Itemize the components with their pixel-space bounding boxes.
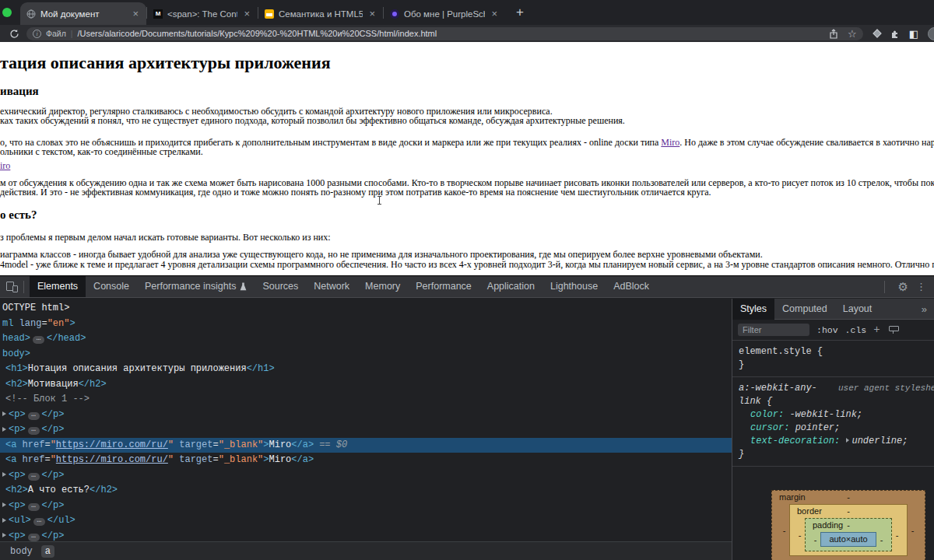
user-agent-rule-section[interactable]: user agent stylesheet a:-webkit-any- lin… xyxy=(732,377,934,467)
close-tab-icon[interactable]: × xyxy=(131,8,140,19)
browser-tab-active[interactable]: Мой документ × xyxy=(20,2,146,25)
css-declaration[interactable]: text-decoration: underline; xyxy=(739,435,928,448)
box-model-margin[interactable]: margin- - border- - padding- xyxy=(771,490,925,560)
dom-row-comment[interactable]: <!-- Блок 1 --> xyxy=(0,392,732,408)
expand-arrow-icon[interactable] xyxy=(2,533,6,537)
devtools-tab-performance[interactable]: Performance xyxy=(408,276,479,297)
dom-row-p[interactable]: <p>…</p> xyxy=(0,422,732,438)
devtools-tab-application[interactable]: Application xyxy=(479,276,542,297)
box-model-padding[interactable]: padding- - auto×auto - xyxy=(805,518,892,551)
padding-right-value[interactable]: - xyxy=(876,535,887,544)
code-token: <!-- Блок 1 --> xyxy=(5,394,90,404)
box-model-border[interactable]: border- - padding- - auto×auto - xyxy=(789,504,908,556)
browser-tab-mdn[interactable]: M <span>: The Content Span ele × xyxy=(147,2,258,25)
close-tab-icon[interactable]: × xyxy=(242,8,251,19)
dom-row-anchor-selected[interactable]: <a href="https://miro.com/ru/" target="_… xyxy=(0,438,732,453)
devtools-tab-sources[interactable]: Sources xyxy=(255,276,306,297)
dom-row-ul[interactable]: <ul>…</ul> xyxy=(0,513,732,529)
extensions-puzzle-icon[interactable] xyxy=(890,29,900,39)
devtools-tab-elements[interactable]: Elements xyxy=(30,276,86,297)
miro-link-text[interactable]: iro xyxy=(0,160,10,171)
css-declaration[interactable]: cursor: pointer; xyxy=(739,422,928,435)
padding-top-value[interactable]: - xyxy=(806,519,891,532)
dom-row-h2-what[interactable]: <h2>А что есть?</h2> xyxy=(0,483,732,499)
margin-right-value[interactable]: - xyxy=(908,526,918,535)
traffic-light-green[interactable] xyxy=(2,8,12,17)
expand-value-icon[interactable] xyxy=(846,438,849,443)
devtools-tab-adblock[interactable]: AdBlock xyxy=(606,276,657,297)
url-separator: | xyxy=(71,30,73,38)
margin-left-value[interactable]: - xyxy=(779,526,789,535)
expand-arrow-icon[interactable] xyxy=(2,502,6,507)
element-style-section[interactable]: element.style { } xyxy=(732,341,934,377)
padding-left-value[interactable]: - xyxy=(810,535,820,544)
rendering-emulation-icon[interactable] xyxy=(889,326,898,334)
border-right-value[interactable]: - xyxy=(892,530,902,540)
adblock-extension-icon[interactable]: ◧ xyxy=(909,29,918,39)
href-link[interactable]: https://miro.com/ru/ xyxy=(56,454,168,465)
element-style-open[interactable]: element.style { xyxy=(739,345,928,359)
collapsed-content-icon[interactable]: … xyxy=(33,518,45,526)
collapsed-content-icon[interactable]: … xyxy=(28,534,40,541)
dom-row-html[interactable]: ml lang="en"> xyxy=(0,317,732,332)
devtools-tab-console[interactable]: Console xyxy=(86,276,137,297)
url-text[interactable]: /Users/alaricode/Documents/tutorials/Кур… xyxy=(77,29,820,38)
collapsed-content-icon[interactable]: … xyxy=(28,503,40,511)
more-tabs-icon[interactable]: » xyxy=(922,303,934,315)
dom-row-anchor[interactable]: <a href="https://miro.com/ru/" target="_… xyxy=(0,453,732,468)
dom-row-doctype[interactable]: OCTYPE html> xyxy=(0,301,732,317)
share-icon[interactable] xyxy=(829,29,838,39)
dom-row-p[interactable]: <p>…</p> xyxy=(0,468,732,484)
kebab-menu-icon[interactable]: ⋮ xyxy=(916,281,926,292)
expand-arrow-icon[interactable] xyxy=(2,472,6,477)
box-model-content[interactable]: auto×auto xyxy=(820,532,876,547)
collapsed-content-icon[interactable]: … xyxy=(28,412,40,420)
toggle-hover-state[interactable]: :hov xyxy=(816,325,838,335)
miro-standalone-link[interactable]: iro xyxy=(0,161,10,170)
breadcrumb-item-body[interactable]: body xyxy=(6,545,37,558)
css-colon: : xyxy=(834,436,845,446)
close-tab-icon[interactable]: × xyxy=(367,8,377,19)
expand-arrow-icon[interactable] xyxy=(2,427,6,432)
devtools-tab-lighthouse[interactable]: Lighthouse xyxy=(542,276,606,297)
close-tab-icon[interactable]: × xyxy=(490,8,499,19)
border-left-value[interactable]: - xyxy=(795,530,805,540)
new-style-rule-icon[interactable]: + xyxy=(873,324,880,336)
new-tab-button[interactable]: + xyxy=(516,5,524,20)
address-bar[interactable]: i Файл | /Users/alaricode/Documents/tuto… xyxy=(26,27,863,40)
margin-top-value[interactable]: - xyxy=(772,491,925,504)
browser-tab-google[interactable]: Семантика и HTML5 - Google × xyxy=(258,2,383,25)
breadcrumb-item-a[interactable]: a xyxy=(41,545,54,558)
toggle-classes[interactable]: .cls xyxy=(845,325,867,335)
border-top-value[interactable]: - xyxy=(790,505,907,518)
dom-row-h1[interactable]: <h1>Нотация описания архитектуры приложе… xyxy=(0,362,732,377)
expand-arrow-icon[interactable] xyxy=(2,411,6,416)
dom-row-head[interactable]: head>…</head> xyxy=(0,331,732,347)
collapsed-content-icon[interactable]: … xyxy=(28,427,40,435)
device-toolbar-icon[interactable] xyxy=(6,282,18,292)
browser-tab-purpleschool[interactable]: Обо мне | PurpleSchool × xyxy=(384,2,505,25)
tab-layout[interactable]: Layout xyxy=(835,299,880,320)
devtools-tab-performance-insights[interactable]: Performance insights xyxy=(137,276,255,297)
dom-row-p[interactable]: <p>…</p> xyxy=(0,408,732,423)
devtools-tab-memory[interactable]: Memory xyxy=(357,276,408,297)
reload-icon[interactable] xyxy=(9,29,19,39)
tab-styles[interactable]: Styles xyxy=(732,299,774,320)
filter-input[interactable]: Filter xyxy=(738,324,809,336)
tab-computed[interactable]: Computed xyxy=(774,299,835,320)
dom-row-body[interactable]: body> xyxy=(0,347,732,362)
profile-avatar[interactable] xyxy=(928,27,934,40)
dom-row-p[interactable]: <p>…</p> xyxy=(0,499,732,514)
gear-icon[interactable]: ⚙ xyxy=(898,280,908,294)
extension-diamond-icon[interactable] xyxy=(873,29,881,37)
miro-inline-link[interactable]: Miro xyxy=(661,137,679,148)
css-declaration[interactable]: color: -webkit-link; xyxy=(739,408,928,422)
collapsed-content-icon[interactable]: … xyxy=(28,473,40,481)
dom-row-h2[interactable]: <h2>Мотивация</h2> xyxy=(0,377,732,393)
devtools-tab-network[interactable]: Network xyxy=(306,276,357,297)
bookmark-star-icon[interactable]: ☆ xyxy=(848,29,857,39)
href-link[interactable]: https://miro.com/ru/ xyxy=(56,439,168,450)
collapsed-content-icon[interactable]: … xyxy=(33,336,44,344)
page-info-icon[interactable]: i xyxy=(33,30,41,38)
expand-arrow-icon[interactable] xyxy=(2,518,6,523)
